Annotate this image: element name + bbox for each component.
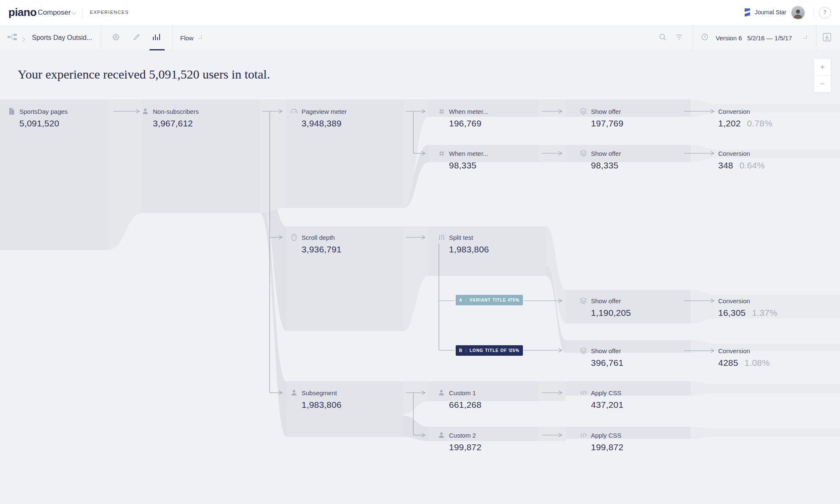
node-label: Show offer: [591, 108, 621, 115]
node-value: 3480.64%: [718, 160, 765, 171]
node-value: 16,3051.37%: [718, 308, 777, 318]
clock-icon: [701, 33, 709, 42]
variant-key: B: [456, 348, 466, 353]
node-show-offer-2[interactable]: Show offer 98,335: [579, 150, 621, 171]
node-value: 661,268: [449, 400, 481, 410]
divider: [693, 25, 693, 50]
settings-gear-icon[interactable]: [111, 32, 121, 43]
node-value: 3,936,791: [302, 244, 341, 255]
node-show-offer-a[interactable]: Show offer 1,190,205: [579, 297, 631, 318]
node-conversion-1[interactable]: Conversion 1,2020.78%: [718, 108, 772, 129]
node-value: 3,948,389: [302, 118, 347, 129]
active-tab-underline: [150, 49, 165, 50]
zoom-in-button[interactable]: +: [814, 59, 831, 76]
filter-icon[interactable]: [675, 34, 683, 41]
variant-a-badge[interactable]: A VARIANT TITLE A 75%: [456, 295, 523, 305]
node-label: Show offer: [591, 150, 621, 157]
hash-icon: [437, 108, 446, 115]
version-date-range[interactable]: 5/2/16 — 1/5/17: [747, 34, 792, 41]
node-apply-css-2[interactable]: Apply CSS 199,872: [579, 431, 623, 452]
node-split-test[interactable]: Split test 1,983,806: [437, 234, 489, 255]
node-label: Conversion: [718, 297, 750, 304]
node-value: 42851.08%: [718, 358, 770, 368]
node-conversion-a[interactable]: Conversion 16,3051.37%: [718, 297, 777, 318]
node-label: Conversion: [718, 347, 750, 354]
view-selector[interactable]: Flow: [180, 34, 194, 41]
node-when-meter-1[interactable]: When meter... 196,769: [437, 108, 488, 129]
conversion-rate: 1.37%: [752, 308, 777, 318]
node-when-meter-2[interactable]: When meter... 98,335: [437, 150, 488, 171]
nav-experiences[interactable]: EXPERIENCES: [90, 0, 129, 25]
divider: [82, 8, 82, 18]
chevron-down-icon[interactable]: [803, 35, 807, 39]
report-bars-icon[interactable]: [152, 33, 160, 42]
breadcrumb-chevron-icon: [20, 37, 25, 42]
node-conversion-b[interactable]: Conversion 42851.08%: [718, 347, 770, 368]
node-value: 196,769: [449, 118, 488, 129]
conversion-rate: 0.64%: [740, 160, 765, 171]
split-test-icon: [437, 234, 446, 241]
layers-icon: [579, 297, 588, 304]
node-custom-1[interactable]: Custom 1 661,268: [437, 389, 481, 410]
search-icon[interactable]: [659, 33, 667, 42]
node-value: 98,335: [591, 160, 621, 171]
node-label: Conversion: [718, 108, 750, 115]
node-apply-css-1[interactable]: Apply CSS 437,201: [579, 389, 623, 410]
avatar[interactable]: [791, 6, 805, 19]
node-sportsday-pages[interactable]: SportsDay pages 5,091,520: [8, 108, 68, 129]
node-label: Split test: [449, 234, 473, 241]
node-label: Apply CSS: [591, 432, 622, 439]
layers-icon: [579, 347, 588, 354]
chevron-down-icon[interactable]: [198, 35, 202, 39]
page-title: Your experience received 5,091,520 users…: [18, 67, 270, 81]
journal-star-logo-icon: [744, 8, 751, 18]
download-icon[interactable]: [822, 32, 832, 43]
node-pageview-meter[interactable]: Pageview meter 3,948,389: [290, 108, 347, 129]
help-button[interactable]: ?: [819, 7, 831, 18]
zoom-out-button[interactable]: −: [814, 76, 831, 92]
variant-title: VARIANT TITLE A: [466, 298, 510, 302]
node-label: Show offer: [591, 297, 621, 304]
node-value: 98,335: [449, 160, 488, 171]
divider: [816, 25, 816, 50]
divider: [813, 8, 814, 18]
piano-logo[interactable]: piano: [8, 0, 37, 25]
version-label[interactable]: Version 6: [716, 34, 742, 41]
node-value: 1,983,806: [302, 400, 341, 410]
variant-title: LONG TITLE OF VA...: [466, 348, 510, 353]
experience-tree-icon[interactable]: [8, 34, 17, 42]
node-custom-2[interactable]: Custom 2 199,872: [437, 431, 481, 452]
node-show-offer-b[interactable]: Show offer 396,761: [579, 347, 623, 368]
variant-percent: 25%: [510, 348, 523, 353]
node-value: 1,2020.78%: [718, 118, 772, 129]
node-value: 437,201: [591, 400, 623, 410]
node-label: Custom 1: [449, 389, 476, 396]
user-icon: [290, 389, 298, 396]
user-icon: [141, 108, 150, 115]
variant-b-badge[interactable]: B LONG TITLE OF VA... 25%: [456, 345, 523, 356]
product-switcher[interactable]: Composer: [38, 0, 71, 25]
node-scroll-depth[interactable]: Scroll depth 3,936,791: [290, 234, 341, 255]
node-label: Custom 2: [449, 432, 476, 439]
node-label: Show offer: [591, 347, 621, 354]
node-show-offer-1[interactable]: Show offer 197,769: [579, 108, 623, 129]
toolbar: Sports Day Outsid... Flow Version 6 5/2/…: [0, 25, 840, 51]
divider: [172, 25, 173, 50]
node-conversion-2[interactable]: Conversion 3480.64%: [718, 150, 765, 171]
variant-key: A: [456, 298, 466, 302]
node-value: 396,761: [591, 358, 623, 368]
layers-icon: [579, 108, 588, 115]
document-icon: [8, 108, 16, 115]
node-label: SportsDay pages: [19, 108, 68, 115]
chevron-down-icon[interactable]: [71, 10, 76, 14]
node-value: 1,983,806: [449, 244, 489, 255]
user-icon: [437, 431, 446, 439]
node-label: Pageview meter: [302, 108, 347, 115]
node-non-subscribers[interactable]: Non-subscribers 3,967,612: [141, 108, 199, 129]
edit-pencil-icon[interactable]: [132, 33, 141, 42]
experience-title[interactable]: Sports Day Outsid...: [32, 34, 92, 42]
account-name[interactable]: Journal Star: [755, 0, 786, 25]
node-label: When meter...: [449, 108, 488, 115]
node-label: When meter...: [449, 150, 488, 157]
node-subsegment[interactable]: Subsegment 1,983,806: [290, 389, 341, 410]
